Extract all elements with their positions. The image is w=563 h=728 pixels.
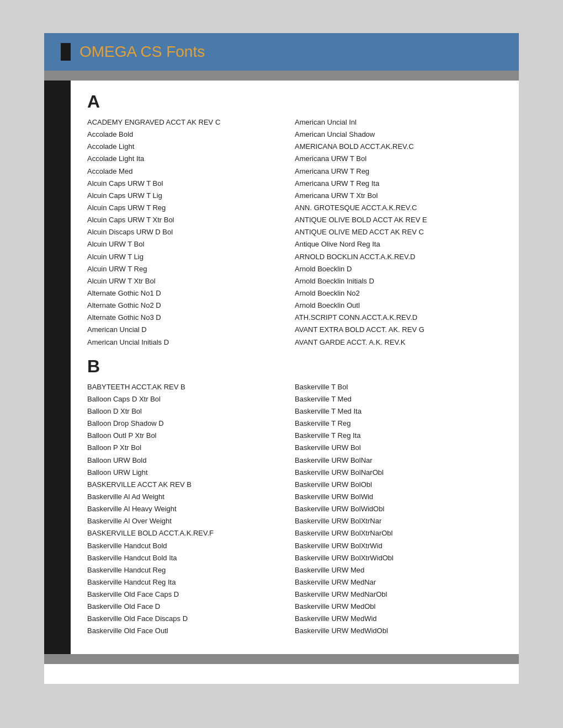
section-a-col-right: American Uncial InlAmerican Uncial Shado… (295, 116, 502, 349)
list-item: ARNOLD BOCKLIN ACCT.A.K.REV.D (295, 251, 502, 263)
list-item: Arnold Boecklin No2 (295, 287, 502, 299)
section-b-col-left: BABYTEETH ACCT.AK REV BBalloon Caps D Xt… (87, 381, 295, 638)
list-item: American Uncial D (87, 324, 295, 336)
section-a-list: ACADEMY ENGRAVED ACCT AK REV CAccolade B… (87, 116, 502, 349)
page-container: OMEGA CS Fonts A ACADEMY ENGRAVED ACCT A… (0, 0, 563, 728)
list-item: Arnold Boecklin Initials D (295, 275, 502, 287)
section-a-col-left: ACADEMY ENGRAVED ACCT AK REV CAccolade B… (87, 116, 295, 349)
list-item: Balloon D Xtr Bol (87, 405, 295, 417)
list-item: American Uncial Initials D (87, 336, 295, 349)
list-item: Baskerville Old Face Caps D (87, 588, 295, 601)
list-item: Baskerville Old Face Outl (87, 625, 295, 637)
list-item: Balloon Drop Shadow D (87, 417, 295, 430)
list-item: Baskerville Handcut Reg (87, 564, 295, 576)
list-item: Americana URW T Reg Ita (295, 178, 502, 190)
section-b-col-right: Baskerville T BolBaskerville T MedBasker… (295, 381, 502, 638)
list-item: Baskerville Old Face D (87, 601, 295, 613)
list-item: Accolade Bold (87, 129, 295, 141)
list-item: American Uncial Shadow (295, 129, 502, 141)
list-item: Arnold Boecklin Outl (295, 299, 502, 312)
list-item: Antique Olive Nord Reg Ita (295, 238, 502, 250)
list-item: Baskerville URW BolXtrNarObl (295, 527, 502, 539)
list-item: Baskerville T Reg Ita (295, 430, 502, 442)
list-item: Baskerville URW BolWid (295, 491, 502, 503)
list-item: Baskerville Old Face Discaps D (87, 613, 295, 625)
header-bar: OMEGA CS Fonts (44, 33, 519, 71)
list-item: Baskerville URW Bol (295, 442, 502, 454)
page-title: OMEGA CS Fonts (79, 43, 205, 61)
list-item: Baskerville URW BolNarObl (295, 467, 502, 479)
list-item: Alternate Gothic No2 D (87, 299, 295, 312)
content-area: OMEGA CS Fonts A ACADEMY ENGRAVED ACCT A… (44, 33, 519, 684)
list-item: Baskerville T Reg (295, 417, 502, 430)
list-item: Alcuin URW T Lig (87, 251, 295, 263)
list-item: Baskerville URW MedObl (295, 601, 502, 613)
list-item: Baskerville Handcut Bold (87, 540, 295, 552)
list-item: BASKERVILLE ACCT AK REV B (87, 479, 295, 491)
list-item: Balloon Outl P Xtr Bol (87, 430, 295, 442)
list-item: Americana URW T Bol (295, 153, 502, 165)
list-item: Baskerville T Med Ita (295, 405, 502, 417)
list-item: Balloon URW Light (87, 467, 295, 479)
section-b-list: BABYTEETH ACCT.AK REV BBalloon Caps D Xt… (87, 381, 502, 638)
list-item: Baskerville Handcut Reg Ita (87, 576, 295, 588)
list-item: Baskerville URW BolXtrWidObl (295, 552, 502, 564)
list-item: Alcuin Caps URW T Bol (87, 178, 295, 190)
list-item: Americana URW T Xtr Bol (295, 190, 502, 202)
gray-separator-top (44, 71, 519, 81)
header-black-bar (61, 43, 71, 61)
list-item: AVANT GARDE ACCT. A.K. REV.K (295, 336, 502, 349)
list-item: Balloon Caps D Xtr Bol (87, 393, 295, 405)
list-item: Baskerville Al Heavy Weight (87, 503, 295, 515)
list-item: Alternate Gothic No3 D (87, 312, 295, 324)
list-item: Balloon URW Bold (87, 454, 295, 467)
list-item: Baskerville URW MedNarObl (295, 588, 502, 601)
list-item: Baskerville URW MedNar (295, 576, 502, 588)
list-item: Baskerville URW MedWid (295, 613, 502, 625)
list-item: Alternate Gothic No1 D (87, 287, 295, 299)
main-body: A ACADEMY ENGRAVED ACCT AK REV CAccolade… (44, 81, 519, 654)
list-item: BASKERVILLE BOLD ACCT.A.K.REV.F (87, 527, 295, 539)
list-item: ANTIQUE OLIVE MED ACCT AK REV C (295, 226, 502, 238)
list-item: Americana URW T Reg (295, 165, 502, 178)
list-item: Baskerville Handcut Bold Ita (87, 552, 295, 564)
list-item: Alcuin URW T Reg (87, 263, 295, 275)
list-item: ACADEMY ENGRAVED ACCT AK REV C (87, 116, 295, 129)
font-list-area: A ACADEMY ENGRAVED ACCT AK REV CAccolade… (71, 81, 519, 654)
list-item: AMERICANA BOLD ACCT.AK.REV.C (295, 141, 502, 153)
list-item: ATH.SCRIPT CONN.ACCT.A.K.REV.D (295, 312, 502, 324)
section-b-header: B (87, 356, 502, 377)
list-item: Baskerville URW MedWidObl (295, 625, 502, 637)
gray-separator-bottom (44, 654, 519, 664)
list-item: Alcuin URW T Bol (87, 238, 295, 250)
section-a-header: A (87, 92, 502, 112)
list-item: Accolade Light Ita (87, 153, 295, 165)
list-item: ANN. GROTESQUE ACCT.A.K.REV.C (295, 202, 502, 214)
list-item: Arnold Boecklin D (295, 263, 502, 275)
list-item: BABYTEETH ACCT.AK REV B (87, 381, 295, 393)
list-item: American Uncial Inl (295, 116, 502, 129)
list-item: Baskerville Al Over Weight (87, 515, 295, 527)
list-item: AVANT EXTRA BOLD ACCT. AK. REV G (295, 324, 502, 336)
list-item: Baskerville T Med (295, 393, 502, 405)
list-item: Baskerville T Bol (295, 381, 502, 393)
left-black-bar (44, 81, 71, 654)
list-item: Alcuin Caps URW T Lig (87, 190, 295, 202)
list-item: Accolade Light (87, 141, 295, 153)
list-item: Baskerville URW BolXtrNar (295, 515, 502, 527)
list-item: Alcuin URW T Xtr Bol (87, 275, 295, 287)
list-item: Baskerville URW BolWidObl (295, 503, 502, 515)
list-item: Baskerville URW Med (295, 564, 502, 576)
list-item: Balloon P Xtr Bol (87, 442, 295, 454)
list-item: ANTIQUE OLIVE BOLD ACCT AK REV E (295, 214, 502, 226)
list-item: Baskerville URW BolXtrWid (295, 540, 502, 552)
list-item: Baskerville URW BolObl (295, 479, 502, 491)
list-item: Accolade Med (87, 165, 295, 178)
list-item: Baskerville Al Ad Weight (87, 491, 295, 503)
list-item: Baskerville URW BolNar (295, 454, 502, 467)
list-item: Alcuin Caps URW T Xtr Bol (87, 214, 295, 226)
list-item: Alcuin Discaps URW D Bol (87, 226, 295, 238)
list-item: Alcuin Caps URW T Reg (87, 202, 295, 214)
